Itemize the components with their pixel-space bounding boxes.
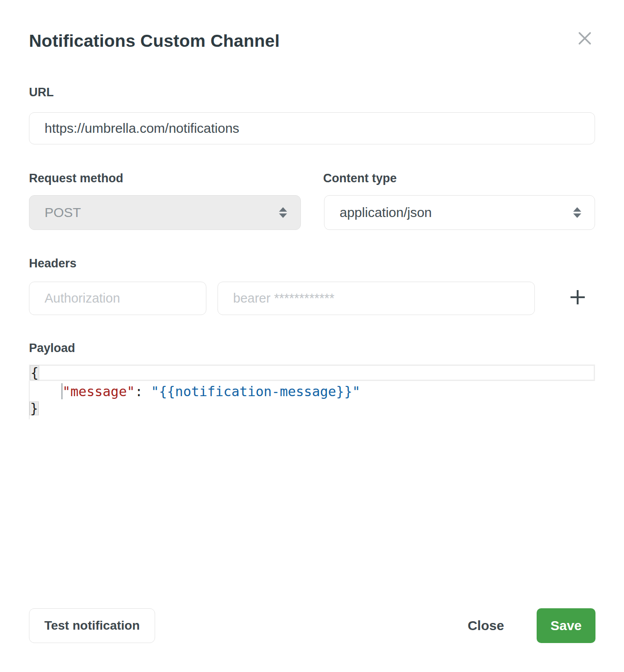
code-line-3: } — [29, 402, 595, 419]
code-separator-token: : — [135, 384, 151, 399]
close-dialog-button[interactable]: Close — [459, 608, 513, 643]
header-name-input[interactable] — [29, 282, 206, 315]
payload-code-editor[interactable]: { "message": "{{notification-message}}" … — [29, 365, 595, 419]
payload-label: Payload — [29, 341, 75, 355]
header-value-input[interactable] — [218, 282, 535, 315]
code-key-token: "message" — [62, 384, 135, 399]
headers-label: Headers — [29, 257, 77, 270]
test-notification-label: Test notification — [44, 619, 140, 633]
content-type-value: application/json — [340, 205, 432, 220]
dialog-title: Notifications Custom Channel — [29, 31, 279, 51]
select-arrows-icon — [279, 207, 287, 218]
add-header-button[interactable] — [567, 287, 588, 309]
content-type-label: Content type — [323, 172, 397, 185]
request-method-label: Request method — [29, 172, 123, 185]
select-arrows-icon — [573, 207, 581, 218]
plus-icon — [569, 288, 587, 308]
close-dialog-label: Close — [468, 618, 504, 633]
code-line-1: { — [29, 365, 595, 381]
request-method-value: POST — [45, 205, 81, 220]
open-brace-highlight: { — [30, 365, 39, 380]
code-line-2: "message": "{{notification-message}}" — [29, 381, 595, 402]
close-button[interactable] — [574, 29, 595, 50]
close-brace-highlight: } — [29, 402, 39, 415]
save-label: Save — [550, 618, 582, 633]
request-method-select[interactable]: POST — [29, 195, 301, 230]
test-notification-button[interactable]: Test notification — [29, 608, 155, 643]
code-value-token: "{{notification-message}}" — [151, 384, 361, 399]
url-input[interactable] — [29, 112, 595, 144]
close-icon — [575, 29, 594, 49]
url-label: URL — [29, 86, 54, 99]
notifications-custom-channel-dialog: Notifications Custom Channel URL Request… — [0, 0, 624, 672]
save-button[interactable]: Save — [537, 608, 595, 643]
content-type-select[interactable]: application/json — [324, 195, 595, 230]
